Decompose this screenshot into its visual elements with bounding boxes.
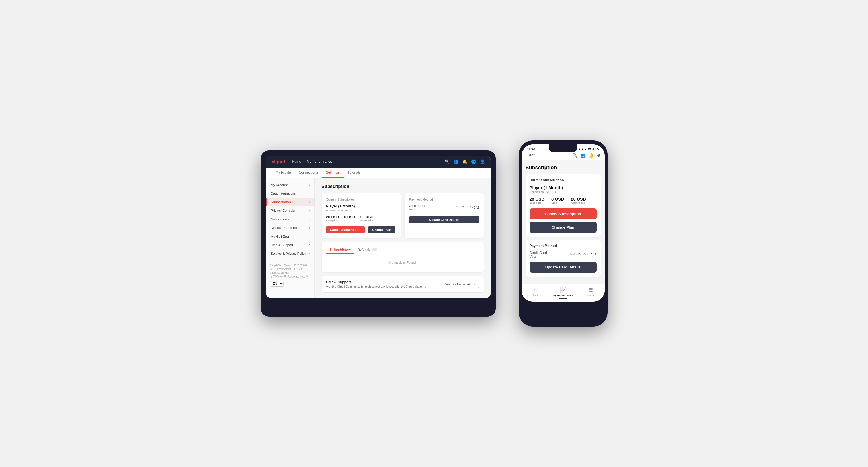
sidebar-item-subscription[interactable]: Subscription › bbox=[266, 198, 314, 206]
credit: 0 USD Credit bbox=[344, 215, 355, 222]
nav-link-home[interactable]: Home bbox=[292, 160, 301, 164]
current-subscription-title: Current Subscription bbox=[326, 198, 396, 201]
phone-device: 10:43 ▲▲▲ WiFi 85 ‹ Back 🔍 👥 🔔 ⊕ Subscri… bbox=[519, 141, 608, 326]
chevron-icon: › bbox=[309, 218, 310, 221]
tablet-nav-links: Home My Performance bbox=[292, 160, 438, 164]
back-button[interactable]: ‹ Back bbox=[526, 153, 572, 157]
help-description: Visit the Clippd Community to troublesho… bbox=[326, 285, 426, 288]
amount-due: 20 USD Amount due bbox=[360, 215, 373, 222]
sidebar-item-golf-bag[interactable]: My Golf Bag › bbox=[266, 232, 314, 241]
phone-cancel-button[interactable]: Cancel Subscription bbox=[530, 208, 597, 219]
phone-nav-performance[interactable]: 📈 My Performance bbox=[549, 287, 577, 299]
phone-renews: Renews on 25/07/23 bbox=[530, 190, 597, 194]
phone-nav-home[interactable]: ⌂ Home bbox=[522, 287, 549, 299]
visit-community-button[interactable]: Visit Our Community ↗ bbox=[442, 281, 479, 288]
tab-my-profile[interactable]: My Profile bbox=[272, 167, 295, 178]
phone-page-title: Subscription bbox=[526, 165, 601, 171]
phone-payment-card: Payment Method Credit Card Visa **** ***… bbox=[526, 240, 601, 277]
billing-section: Billing History Referrals 0 No Invoices … bbox=[321, 242, 484, 272]
chevron-icon: › bbox=[309, 235, 310, 238]
bell-icon[interactable]: 🔔 bbox=[462, 159, 467, 164]
phone-screen: 10:43 ▲▲▲ WiFi 85 ‹ Back 🔍 👥 🔔 ⊕ Subscri… bbox=[522, 145, 604, 302]
change-plan-button[interactable]: Change Plan bbox=[368, 226, 395, 234]
referrals-badge: 0 bbox=[372, 248, 377, 251]
phone-change-plan-button[interactable]: Change Plan bbox=[530, 222, 597, 233]
language-dropdown[interactable]: EN bbox=[270, 281, 284, 286]
help-text: Help & Support Visit the Clippd Communit… bbox=[326, 280, 426, 288]
add-icon[interactable]: ⊕ bbox=[597, 153, 601, 158]
tablet-main-content: Subscription Current Subscription Player… bbox=[315, 178, 491, 298]
phone-content: Subscription Current Subscription Player… bbox=[522, 160, 604, 284]
language-icon[interactable]: 🌐 bbox=[471, 159, 476, 164]
payment-method-card: Payment Method Credit Card Visa **** ***… bbox=[405, 193, 484, 238]
help-title: Help & Support bbox=[326, 280, 426, 284]
phone-time: 10:43 bbox=[527, 147, 535, 151]
tab-referrals[interactable]: Referrals 0 bbox=[354, 246, 380, 254]
chevron-icon: › bbox=[309, 200, 310, 204]
phone-payment-row: Credit Card Visa **** **** **** 4242 bbox=[530, 251, 597, 259]
phone-update-card-button[interactable]: Update Card Details bbox=[530, 261, 597, 273]
phone-subscription-card: Current Subscription Player (1 Month) Re… bbox=[526, 174, 601, 237]
tablet-subnav: My Profile Connections Settings Tutorial… bbox=[266, 167, 491, 178]
phone-amount-due: 20 USD Amount due bbox=[571, 196, 586, 204]
people-icon[interactable]: 👥 bbox=[453, 159, 458, 164]
tablet-screen: clippd Home My Performance 🔍 👥 🔔 🌐 👤 My … bbox=[266, 156, 491, 298]
chevron-icon: › bbox=[309, 183, 310, 187]
tablet-topnav: clippd Home My Performance 🔍 👥 🔔 🌐 👤 bbox=[266, 156, 491, 167]
tab-billing-history[interactable]: Billing History bbox=[326, 246, 354, 254]
app-logo: clippd bbox=[272, 159, 285, 164]
phone-topnav: ‹ Back 🔍 👥 🔔 ⊕ bbox=[522, 152, 604, 160]
plan-name: Player (1 Month) bbox=[326, 204, 396, 208]
language-selector[interactable]: EN bbox=[270, 281, 310, 286]
update-card-button[interactable]: Update Card Details bbox=[409, 216, 479, 223]
payment-card-info: Credit Card Visa **** **** **** 4242 bbox=[409, 204, 479, 211]
phone-nav-menu[interactable]: ☰ Menu bbox=[577, 287, 604, 299]
phone-amounts: 20 USD Base price 0 USD Credit 20 USD Am… bbox=[530, 196, 597, 204]
phone-subscription-title: Current Subscription bbox=[530, 178, 597, 182]
nav-link-performance[interactable]: My Performance bbox=[307, 160, 332, 164]
payment-method-title: Payment Method bbox=[409, 198, 479, 201]
phone-nav-icons: 🔍 👥 🔔 ⊕ bbox=[572, 153, 601, 158]
tab-tutorials[interactable]: Tutorials bbox=[344, 167, 365, 178]
base-price: 20 USD Base price bbox=[326, 215, 339, 222]
cancel-subscription-button[interactable]: Cancel Subscription bbox=[326, 226, 365, 234]
sidebar-item-help[interactable]: Help & Support ↗ bbox=[266, 241, 314, 249]
back-chevron-icon: ‹ bbox=[526, 153, 527, 157]
page-title: Subscription bbox=[321, 184, 484, 189]
tablet-sidebar: My Account › Data Integrations › Subscri… bbox=[266, 178, 315, 298]
phone-notch bbox=[549, 145, 578, 152]
card-number: **** **** **** 4242 bbox=[455, 206, 479, 209]
signal-icon: ▲▲▲ bbox=[578, 148, 587, 151]
subscription-amounts: 20 USD Base price 0 USD Credit 20 USD Am… bbox=[326, 215, 396, 222]
phone-card-number: **** **** **** 4242 bbox=[570, 253, 597, 257]
battery-icon: 85 bbox=[595, 148, 599, 151]
external-link-icon: ↗ bbox=[473, 283, 475, 286]
active-indicator bbox=[559, 298, 567, 299]
sidebar-item-privacy[interactable]: Privacy Controls › bbox=[266, 206, 314, 215]
payment-card-type: Credit Card Visa bbox=[409, 204, 425, 211]
search-icon[interactable]: 🔍 bbox=[572, 153, 577, 158]
sidebar-item-display[interactable]: Display Preferences › bbox=[266, 223, 314, 232]
subscription-cards-row: Current Subscription Player (1 Month) Re… bbox=[321, 193, 484, 238]
phone-credit: 0 USD Credit bbox=[551, 196, 564, 204]
subscription-actions: Cancel Subscription Change Plan bbox=[326, 226, 396, 234]
tab-connections[interactable]: Connections bbox=[295, 167, 322, 178]
phone-status-right: ▲▲▲ WiFi 85 bbox=[578, 148, 599, 151]
bell-icon[interactable]: 🔔 bbox=[589, 153, 594, 158]
search-icon[interactable]: 🔍 bbox=[444, 159, 449, 164]
performance-icon: 📈 bbox=[560, 287, 566, 293]
account-icon[interactable]: 👤 bbox=[480, 159, 485, 164]
phone-card-type: Credit Card Visa bbox=[530, 251, 547, 259]
sidebar-footer: Clippd Client Version: 2023.07.6-8 GQL S… bbox=[266, 261, 314, 289]
current-subscription-card: Current Subscription Player (1 Month) Re… bbox=[321, 193, 401, 238]
tab-settings[interactable]: Settings bbox=[322, 167, 344, 178]
sidebar-item-account[interactable]: My Account › bbox=[266, 181, 314, 189]
sidebar-item-privacy-policy[interactable]: Service & Privacy Policy ↗ bbox=[266, 249, 314, 258]
phone-bottomnav: ⌂ Home 📈 My Performance ☰ Menu bbox=[522, 284, 604, 302]
no-invoices-message: No Invoices Found bbox=[326, 257, 479, 268]
home-icon: ⌂ bbox=[534, 287, 537, 293]
help-section: Help & Support Visit the Clippd Communit… bbox=[321, 276, 484, 292]
sidebar-item-data-integrations[interactable]: Data Integrations › bbox=[266, 189, 314, 198]
sidebar-item-notifications[interactable]: Notifications › bbox=[266, 215, 314, 223]
people-icon[interactable]: 👥 bbox=[581, 153, 585, 158]
